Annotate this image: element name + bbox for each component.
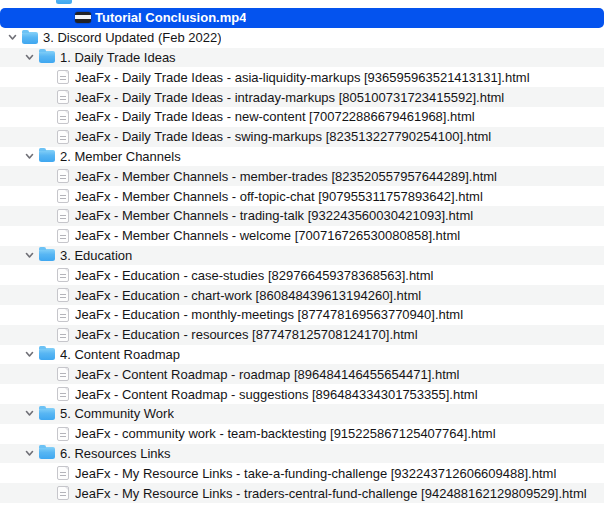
- chevron-down-icon[interactable]: [24, 349, 35, 360]
- file-name: Tutorial Conclusion.mp4: [95, 10, 246, 25]
- folder-name: 6. Resources Links: [60, 446, 171, 461]
- document-icon: [57, 209, 69, 223]
- chevron-down-icon[interactable]: [24, 250, 35, 261]
- file-name: JeaFx - Member Channels - member-trades …: [75, 169, 497, 184]
- tree-row-file[interactable]: JeaFx - Education - resources [877478125…: [0, 325, 604, 345]
- document-icon: [57, 110, 69, 124]
- folder-icon: [39, 408, 55, 420]
- tree-row-file[interactable]: JeaFx - Member Channels - welcome [70071…: [0, 226, 604, 246]
- file-name: JeaFx - My Resource Links - traders-cent…: [75, 486, 587, 501]
- file-name: JeaFx - Member Channels - welcome [70071…: [75, 228, 460, 243]
- file-name: JeaFx - community work - team-backtestin…: [75, 426, 496, 441]
- tree-row-file[interactable]: JeaFx - Content Roadmap - suggestions [8…: [0, 384, 604, 404]
- tree-row-file[interactable]: JeaFx - My Resource Links - take-a-fundi…: [0, 463, 604, 483]
- tree-row-file[interactable]: JeaFx - Daily Trade Ideas - intraday-mar…: [0, 87, 604, 107]
- tree-row-file[interactable]: JeaFx - Education - chart-work [86084843…: [0, 285, 604, 305]
- folder-name: 1. Daily Trade Ideas: [60, 50, 176, 65]
- folder-name: 3. Discord Updated (Feb 2022): [43, 30, 221, 45]
- folder-icon: [39, 447, 55, 459]
- file-name: JeaFx - Education - monthly-meetings [87…: [75, 307, 463, 322]
- document-icon: [57, 70, 69, 84]
- document-icon: [57, 268, 69, 282]
- folder-icon: [22, 32, 38, 44]
- file-name: JeaFx - Member Channels - off-topic-chat…: [75, 189, 483, 204]
- file-name: JeaFx - Member Channels - trading-talk […: [75, 208, 473, 223]
- document-icon: [57, 229, 69, 243]
- document-icon: [57, 328, 69, 342]
- document-icon: [57, 387, 69, 401]
- document-icon: [57, 367, 69, 381]
- folder-icon: [39, 348, 55, 360]
- folder-icon: [39, 249, 55, 261]
- tree-row-folder[interactable]: 4. Content Roadmap: [0, 345, 604, 365]
- folder-icon: [56, 0, 72, 4]
- file-name: JeaFx - Daily Trade Ideas - asia-liquidi…: [75, 70, 530, 85]
- file-name: JeaFx - Education - case-studies [829766…: [75, 268, 433, 283]
- document-icon: [57, 466, 69, 480]
- file-name: JeaFx - Daily Trade Ideas - new-content …: [75, 109, 475, 124]
- folder-icon: [39, 51, 55, 63]
- chevron-down-icon[interactable]: [7, 32, 18, 43]
- video-file-icon: [75, 12, 91, 23]
- document-icon: [57, 130, 69, 144]
- file-name: JeaFx - Education - chart-work [86084843…: [75, 288, 421, 303]
- chevron-down-icon[interactable]: [24, 448, 35, 459]
- file-tree: Tutorial Conclusion.mp43. Discord Update…: [0, 0, 604, 515]
- document-icon: [57, 169, 69, 183]
- chevron-down-icon[interactable]: [24, 151, 35, 162]
- tree-row-file[interactable]: JeaFx - Education - case-studies [829766…: [0, 265, 604, 285]
- folder-name: 3. Education: [60, 248, 132, 263]
- tree-row-file[interactable]: Tutorial Conclusion.mp4: [0, 8, 604, 28]
- document-icon: [57, 427, 69, 441]
- document-icon: [57, 308, 69, 322]
- tree-row-file[interactable]: JeaFx - Member Channels - off-topic-chat…: [0, 186, 604, 206]
- file-name: JeaFx - My Resource Links - take-a-fundi…: [75, 466, 556, 481]
- tree-row-file[interactable]: JeaFx - Member Channels - member-trades …: [0, 166, 604, 186]
- chevron-down-icon[interactable]: [24, 52, 35, 63]
- tree-row-folder[interactable]: 2. Member Channels: [0, 147, 604, 167]
- document-icon: [57, 486, 69, 500]
- tree-row-file[interactable]: JeaFx - Daily Trade Ideas - new-content …: [0, 107, 604, 127]
- folder-icon: [39, 150, 55, 162]
- tree-row-file[interactable]: JeaFx - community work - team-backtestin…: [0, 424, 604, 444]
- tree-row-folder[interactable]: 1. Daily Trade Ideas: [0, 48, 604, 68]
- folder-name: 5. Community Work: [60, 406, 174, 421]
- tree-row-file[interactable]: JeaFx - Daily Trade Ideas - asia-liquidi…: [0, 67, 604, 87]
- document-icon: [57, 90, 69, 104]
- document-icon: [57, 288, 69, 302]
- tree-row-folder[interactable]: [0, 0, 604, 8]
- tree-row-file[interactable]: JeaFx - Member Channels - trading-talk […: [0, 206, 604, 226]
- tree-row-file[interactable]: JeaFx - Daily Trade Ideas - swing-markup…: [0, 127, 604, 147]
- folder-name: 4. Content Roadmap: [60, 347, 180, 362]
- file-name: JeaFx - Content Roadmap - roadmap [89648…: [75, 367, 459, 382]
- document-icon: [57, 189, 69, 203]
- chevron-down-icon[interactable]: [24, 408, 35, 419]
- tree-row-file[interactable]: JeaFx - My Resource Links - traders-cent…: [0, 483, 604, 503]
- folder-name: 2. Member Channels: [60, 149, 181, 164]
- tree-row-folder[interactable]: 5. Community Work: [0, 404, 604, 424]
- file-name: JeaFx - Education - resources [877478125…: [75, 327, 418, 342]
- file-name: JeaFx - Content Roadmap - suggestions [8…: [75, 387, 478, 402]
- tree-row-folder[interactable]: 3. Education: [0, 246, 604, 266]
- tree-row-folder[interactable]: 6. Resources Links: [0, 444, 604, 464]
- file-name: JeaFx - Daily Trade Ideas - intraday-mar…: [75, 90, 504, 105]
- file-name: JeaFx - Daily Trade Ideas - swing-markup…: [75, 129, 491, 144]
- tree-row-file[interactable]: JeaFx - Content Roadmap - roadmap [89648…: [0, 364, 604, 384]
- tree-row-file[interactable]: JeaFx - Education - monthly-meetings [87…: [0, 305, 604, 325]
- tree-row-folder[interactable]: 3. Discord Updated (Feb 2022): [0, 28, 604, 48]
